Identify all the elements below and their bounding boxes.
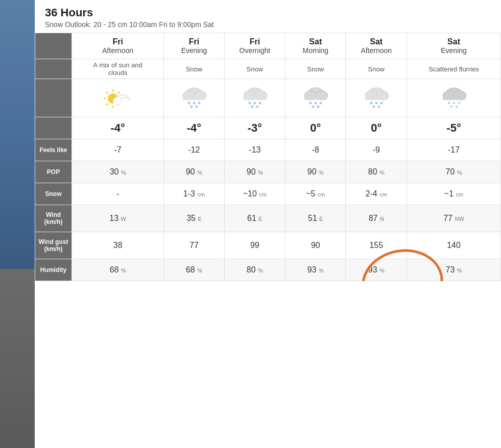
icon-fri-evening bbox=[164, 79, 224, 117]
col-header-sat-afternoon: Sat Afternoon bbox=[346, 33, 407, 59]
svg-point-55 bbox=[458, 102, 460, 104]
wind-gust-fri-afternoon: 38 bbox=[72, 232, 164, 259]
pop-row: POP 30 % 90 % 90 % 90 % 80 % 70 % bbox=[35, 161, 501, 183]
snow-row: Snow - 1-3 cm ~10 cm ~5 cm 2-4 cm ~1 cm bbox=[35, 183, 501, 205]
wind-gust-sat-afternoon: 155 bbox=[346, 232, 407, 259]
condition-fri-evening: Snow bbox=[164, 59, 224, 79]
temp-label bbox=[35, 117, 72, 139]
svg-rect-16 bbox=[183, 95, 205, 100]
pop-fri-evening: 90 % bbox=[164, 161, 224, 183]
wind-row: Wind(km/h) 13 W 35 E 61 E 51 E 87 N 77 N… bbox=[35, 205, 501, 232]
snow-sat-evening: ~1 cm bbox=[407, 183, 501, 205]
col-header-fri-overnight: Fri Overnight bbox=[224, 33, 285, 59]
wind-fri-overnight: 61 E bbox=[224, 205, 285, 232]
humidity-fri-overnight: 80 % bbox=[224, 259, 285, 281]
svg-point-48 bbox=[377, 106, 380, 108]
svg-point-17 bbox=[187, 102, 190, 105]
humidity-row: Humidity 68 % 68 % 80 % 93 % 93 % 73 % bbox=[35, 259, 501, 281]
svg-point-30 bbox=[256, 106, 258, 108]
condition-label bbox=[35, 59, 72, 79]
icon-label bbox=[35, 79, 72, 117]
feels-like-sat-morning: -8 bbox=[285, 139, 346, 161]
snow-sat-morning: ~5 cm bbox=[285, 183, 346, 205]
header: 36 Hours Snow Outlook: 20 - 25 cm 10:00a… bbox=[35, 0, 501, 33]
wind-gust-sat-morning: 90 bbox=[285, 232, 346, 259]
wind-label: Wind(km/h) bbox=[35, 205, 72, 232]
svg-point-19 bbox=[198, 102, 200, 105]
temp-sat-evening: -5° bbox=[407, 117, 501, 139]
svg-point-44 bbox=[370, 102, 372, 105]
temp-fri-afternoon: -4° bbox=[72, 117, 164, 139]
wind-gust-fri-evening: 77 bbox=[164, 232, 224, 259]
pop-label: POP bbox=[35, 161, 72, 183]
humidity-label: Humidity bbox=[35, 259, 72, 281]
svg-rect-25 bbox=[244, 95, 266, 100]
snow-afternoon-icon bbox=[361, 84, 392, 110]
condition-fri-overnight: Snow bbox=[224, 59, 285, 79]
temp-fri-overnight: -3° bbox=[224, 117, 285, 139]
wind-sat-morning: 51 E bbox=[285, 205, 346, 232]
svg-point-26 bbox=[248, 102, 251, 105]
feels-like-fri-overnight: -13 bbox=[224, 139, 285, 161]
svg-point-20 bbox=[190, 106, 193, 108]
wind-fri-afternoon: 13 W bbox=[72, 205, 164, 232]
svg-point-27 bbox=[253, 102, 256, 105]
temp-row: -4° -4° -3° 0° 0° -5° bbox=[35, 117, 501, 139]
svg-point-29 bbox=[251, 106, 253, 108]
svg-point-38 bbox=[312, 106, 314, 108]
weather-table: Fri Afternoon Fri Evening Fri Overnight … bbox=[35, 33, 501, 281]
svg-point-57 bbox=[456, 106, 458, 108]
snow-fri-afternoon: - bbox=[72, 183, 164, 205]
condition-row: A mix of sun andclouds Snow Snow Snow Sn… bbox=[35, 59, 501, 79]
svg-point-18 bbox=[193, 102, 195, 105]
humidity-sat-evening: 73 % bbox=[407, 259, 501, 281]
wind-gust-sat-evening: 140 bbox=[407, 232, 501, 259]
left-sidebar bbox=[0, 0, 35, 448]
feels-like-sat-evening: -17 bbox=[407, 139, 501, 161]
humidity-fri-afternoon: 68 % bbox=[72, 259, 164, 281]
svg-point-46 bbox=[380, 102, 383, 105]
svg-point-54 bbox=[453, 102, 455, 104]
column-header-row: Fri Afternoon Fri Evening Fri Overnight … bbox=[35, 33, 501, 59]
feels-like-fri-evening: -12 bbox=[164, 139, 224, 161]
humidity-sat-afternoon: 93 % bbox=[346, 259, 407, 281]
snow-icon bbox=[179, 84, 209, 110]
flurries-icon bbox=[439, 84, 469, 110]
icon-sat-morning bbox=[285, 79, 346, 117]
wind-sat-afternoon: 87 N bbox=[346, 205, 407, 232]
svg-line-6 bbox=[118, 92, 120, 93]
condition-fri-afternoon: A mix of sun andclouds bbox=[72, 59, 164, 79]
svg-point-47 bbox=[372, 106, 375, 108]
icon-fri-afternoon bbox=[72, 79, 164, 117]
humidity-sat-morning: 93 % bbox=[285, 259, 346, 281]
svg-point-53 bbox=[448, 102, 450, 104]
temp-sat-afternoon: 0° bbox=[346, 117, 407, 139]
svg-point-35 bbox=[309, 102, 312, 105]
condition-sat-evening: Scattered flurries bbox=[407, 59, 501, 79]
sun-cloud-icon bbox=[103, 84, 133, 110]
feels-like-fri-afternoon: -7 bbox=[72, 139, 164, 161]
icon-sat-afternoon bbox=[346, 79, 407, 117]
wind-gust-fri-overnight: 99 bbox=[224, 232, 285, 259]
temp-sat-morning: 0° bbox=[285, 117, 346, 139]
col-header-sat-evening: Sat Evening bbox=[407, 33, 501, 59]
snow-sat-afternoon: 2-4 cm bbox=[346, 183, 407, 205]
wind-gust-label: Wind gust(km/h) bbox=[35, 232, 72, 259]
col-header-fri-afternoon: Fri Afternoon bbox=[72, 33, 164, 59]
condition-sat-afternoon: Snow bbox=[346, 59, 407, 79]
svg-point-45 bbox=[375, 102, 377, 105]
feels-like-sat-afternoon: -9 bbox=[346, 139, 407, 161]
feels-like-label: Feels like bbox=[35, 139, 72, 161]
snow-morning-icon bbox=[300, 84, 331, 110]
pop-sat-morning: 90 % bbox=[285, 161, 346, 183]
pop-sat-evening: 70 % bbox=[407, 161, 501, 183]
page-title: 36 Hours bbox=[45, 6, 491, 19]
svg-rect-12 bbox=[113, 101, 130, 105]
svg-point-39 bbox=[317, 106, 319, 108]
wind-sat-evening: 77 NW bbox=[407, 205, 501, 232]
col-header-sat-morning: Sat Morning bbox=[285, 33, 346, 59]
svg-rect-34 bbox=[304, 95, 327, 100]
svg-point-28 bbox=[258, 102, 261, 105]
svg-line-7 bbox=[106, 104, 108, 105]
icon-sat-evening bbox=[407, 79, 501, 117]
